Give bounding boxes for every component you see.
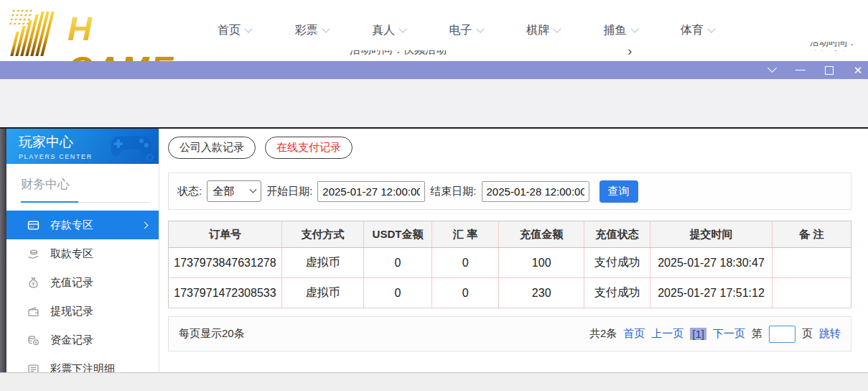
sidebar-item-withdrawal-record[interactable]: 提现记录 [6,297,159,326]
sidebar-item-label: 资金记录 [50,334,93,347]
cell-remark [772,248,851,278]
table-row: 1737973847631278 虚拟币 0 0 100 支付成功 2025-0… [169,248,851,278]
hand-coins-icon [27,248,39,260]
next-page-link[interactable]: 下一页 [713,327,745,341]
nav-label: 捕鱼 [604,23,627,38]
cell-recharge-status: 支付成功 [584,278,650,308]
site-logo[interactable]: H GAME [6,3,200,59]
money-bag-icon [27,277,39,289]
sidebar-item-label: 存款专区 [50,218,93,232]
cell-pay-method: 虚拟币 [281,248,363,278]
nav-item-fishing[interactable]: 捕鱼 [604,23,638,38]
minimize-button[interactable] [795,65,806,76]
window-titlebar: ✕ [0,61,868,79]
sidebar-item-withdraw-zone[interactable]: 取款专区 [6,239,159,268]
status-select-value: 全部 [213,185,234,198]
search-button[interactable]: 查询 [599,180,638,203]
nav-item-sports[interactable]: 体育 [681,23,714,38]
deposit-records-table: 订单号 支付方式 USDT金额 汇 率 充值金额 充值状态 提交时间 备 注 1… [168,221,851,308]
sidebar-menu: 存款专区 取款专区 充值记录 提现记录 [6,211,159,383]
cell-recharge-status: 支付成功 [584,248,650,278]
status-label: 状态: [177,185,202,198]
background-gap [0,79,868,127]
total-count-text: 共2条 [589,327,617,341]
current-page-indicator[interactable]: [1] [690,328,706,340]
cell-recharge-amount: 230 [499,278,584,308]
chevron-down-icon [707,24,715,32]
main-content: 公司入款记录 在线支付记录 状态: 全部 开始日期: 结束日期: 查询 订单号 … [159,129,868,372]
status-select[interactable]: 全部 [207,180,261,202]
window-left-edge [0,129,6,372]
cell-remark [772,278,851,308]
sidebar: 玩家中心 PLAYERS CENTER 财务中心 存款专区 [6,129,159,372]
filter-bar: 状态: 全部 开始日期: 结束日期: 查询 [168,172,851,210]
nav-item-home[interactable]: 首页 [218,23,251,38]
chevron-down-icon [322,24,330,32]
end-date-input[interactable] [482,181,589,202]
nav-item-slots[interactable]: 电子 [449,23,483,38]
col-usdt-amount: USDT金额 [363,221,431,248]
cell-rate: 0 [432,248,499,278]
finance-underline [21,201,150,203]
col-order-no: 订单号 [169,221,282,248]
col-recharge-status: 充值状态 [584,221,650,248]
maximize-button[interactable] [823,65,835,76]
sidebar-item-label: 提现记录 [50,305,93,318]
cell-submit-time: 2025-01-27 18:30:47 [650,248,772,278]
nav-label: 棋牌 [526,23,549,38]
cell-order-no: 1737971472308533 [169,278,282,308]
footer-strip [0,372,868,391]
players-center-banner: 玩家中心 PLAYERS CENTER [6,129,159,164]
col-remark: 备 注 [772,221,851,248]
jump-suffix-label: 页 [802,327,813,341]
nav-item-lottery[interactable]: 彩票 [295,23,329,38]
prev-page-link[interactable]: 上一页 [651,327,683,341]
nav-item-cards[interactable]: 棋牌 [526,23,560,38]
nav-label: 首页 [218,23,241,38]
col-submit-time: 提交时间 [650,221,772,248]
jump-button[interactable]: 跳转 [819,327,841,341]
clipped-background-text: 活动时间：快频活动 [350,50,472,60]
gamepad-icon [108,130,154,162]
col-pay-method: 支付方式 [281,221,363,248]
deposit-box-icon [27,219,39,231]
table-row: 1737971472308533 虚拟币 0 0 230 支付成功 2025-0… [169,278,851,308]
pagination-bar: 每页显示20条 共2条 首页 上一页 [1] 下一页 第 页 跳转 [168,316,851,351]
end-date-label: 结束日期: [430,185,476,198]
sidebar-item-label: 取款专区 [50,247,93,261]
nav-label: 体育 [681,23,704,38]
close-button[interactable]: ✕ [852,65,864,76]
table-header-row: 订单号 支付方式 USDT金额 汇 率 充值金额 充值状态 提交时间 备 注 [169,221,851,248]
clipped-background-text: 活动时间：快频活动 [810,42,864,51]
cell-recharge-amount: 100 [499,248,584,278]
cell-usdt-amount: 0 [363,278,431,308]
tab-company-deposit-record[interactable]: 公司入款记录 [168,137,256,159]
sidebar-item-recharge-record[interactable]: 充值记录 [6,268,159,297]
chevron-down-icon [244,24,252,32]
coins-icon [27,334,39,346]
chevron-down-icon [398,24,406,32]
pagination-controls: 共2条 首页 上一页 [1] 下一页 第 页 跳转 [589,326,841,343]
nav-label: 电子 [449,23,472,38]
sidebar-item-deposit-zone[interactable]: 存款专区 [6,211,159,239]
chevron-down-icon [630,24,638,32]
cell-order-no: 1737973847631278 [169,248,282,278]
col-recharge-amount: 充值金额 [499,221,584,248]
start-date-input[interactable] [317,181,425,202]
tab-online-payment-record[interactable]: 在线支付记录 [265,137,353,159]
clipped-arrow-icon: › [627,43,632,59]
sidebar-item-label: 充值记录 [50,276,93,290]
chevron-right-icon [141,221,149,229]
cell-submit-time: 2025-01-27 17:51:12 [650,278,772,308]
first-page-link[interactable]: 首页 [623,327,645,341]
page-size-text: 每页显示20条 [179,327,245,341]
col-rate: 汇 率 [432,221,499,248]
cell-usdt-amount: 0 [363,248,431,278]
sidebar-item-funds-record[interactable]: 资金记录 [6,326,159,354]
window-collapse-icon[interactable] [766,65,778,76]
nav-item-live[interactable]: 真人 [372,23,406,38]
page-jump-input[interactable] [769,326,795,343]
nav-label: 彩票 [295,23,318,38]
chevron-down-icon [476,24,484,32]
chevron-down-icon [553,24,561,32]
